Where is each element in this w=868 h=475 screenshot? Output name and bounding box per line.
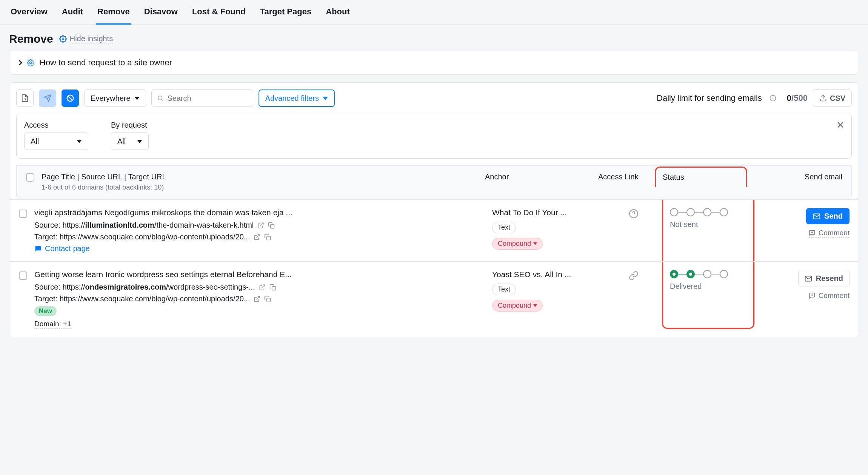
csv-export-button[interactable]: CSV xyxy=(813,89,852,107)
send-bulk-button[interactable] xyxy=(39,89,56,107)
svg-point-0 xyxy=(62,38,64,40)
tab-audit[interactable]: Audit xyxy=(60,0,85,25)
search-input[interactable] xyxy=(167,94,247,103)
filter-request-value: All xyxy=(117,137,126,146)
svg-rect-15 xyxy=(267,236,271,240)
copy-icon[interactable] xyxy=(269,284,276,291)
tab-remove[interactable]: Remove xyxy=(96,0,131,25)
row-title: viegli apstrādājams Negodīgums mikroskop… xyxy=(34,208,492,217)
col-send-email: Send email xyxy=(747,173,849,181)
advanced-filters-button[interactable]: Advanced filters xyxy=(259,89,335,107)
tag-compound-label: Compound xyxy=(498,240,531,248)
target-url: https://www.seoquake.com/blog/wp-content… xyxy=(60,233,250,241)
chevron-down-icon xyxy=(533,242,537,245)
contact-page-link[interactable]: Contact page xyxy=(34,244,492,253)
block-icon xyxy=(66,94,74,102)
external-link-icon[interactable] xyxy=(259,284,266,291)
tag-compound-label: Compound xyxy=(498,302,531,310)
chevron-down-icon xyxy=(137,140,142,143)
table-row: Getting worse learn Ironic wordpress seo… xyxy=(9,261,859,337)
tag-compound[interactable]: Compound xyxy=(492,300,543,312)
hide-insights-label: Hide insights xyxy=(70,34,113,43)
comment-label: Comment xyxy=(819,291,850,300)
file-export-icon xyxy=(21,94,29,102)
row-checkbox[interactable] xyxy=(19,210,27,218)
svg-line-23 xyxy=(257,296,260,299)
comment-add-icon xyxy=(809,292,816,299)
source-proto: https:// xyxy=(62,221,85,229)
scope-dropdown[interactable]: Everywhere xyxy=(84,89,146,107)
table-header: Page Title | Source URL | Target URL 1-6… xyxy=(16,165,852,199)
anchor-text: What To Do If Your ... xyxy=(492,208,567,217)
svg-line-14 xyxy=(257,234,260,238)
progress-indicator xyxy=(670,208,746,216)
status-text: Not sent xyxy=(670,220,746,229)
col-page-title: Page Title | Source URL | Target URL xyxy=(42,173,485,181)
tag-text: Text xyxy=(492,284,516,295)
source-domain: ondesmigratoires.com xyxy=(85,283,166,291)
external-link-icon[interactable] xyxy=(254,234,260,241)
chevron-down-icon xyxy=(77,140,82,143)
source-domain: illuminationltd.com xyxy=(85,221,154,229)
target-prefix: Target: xyxy=(34,295,60,303)
insight-card[interactable]: How to send request to a site owner xyxy=(9,51,859,75)
col-status: Status xyxy=(663,173,739,182)
daily-used: 0 xyxy=(787,93,791,103)
filter-access-dropdown[interactable]: All xyxy=(24,133,88,150)
svg-point-1 xyxy=(30,62,32,64)
question-circle-icon[interactable] xyxy=(629,209,639,219)
tab-disavow[interactable]: Disavow xyxy=(143,0,179,25)
filters-panel: ✕ Access All By request All xyxy=(16,114,852,159)
daily-total: /500 xyxy=(791,93,808,103)
tag-text: Text xyxy=(492,222,516,233)
comment-link[interactable]: Comment xyxy=(809,291,850,300)
external-link-icon[interactable] xyxy=(254,296,260,302)
tab-target-pages[interactable]: Target Pages xyxy=(259,0,313,25)
tab-lost-found[interactable]: Lost & Found xyxy=(191,0,247,25)
send-icon xyxy=(43,94,52,102)
search-input-wrapper[interactable] xyxy=(151,89,253,107)
table-body: viegli apstrādājams Negodīgums mikroskop… xyxy=(9,199,859,337)
select-all-checkbox[interactable] xyxy=(26,173,34,182)
upload-icon xyxy=(819,94,827,102)
resend-label: Resend xyxy=(816,274,843,283)
col-access: Access Link xyxy=(598,173,655,181)
tab-overview[interactable]: Overview xyxy=(9,0,49,25)
copy-icon[interactable] xyxy=(268,222,275,229)
link-icon[interactable] xyxy=(629,271,639,281)
gear-icon xyxy=(27,59,34,66)
block-button[interactable] xyxy=(62,89,79,107)
row-checkbox[interactable] xyxy=(19,271,27,280)
resend-button[interactable]: Resend xyxy=(798,270,850,287)
close-icon[interactable]: ✕ xyxy=(836,119,845,131)
source-prefix: Source: xyxy=(34,283,62,291)
source-proto: https:// xyxy=(62,283,85,291)
filter-access-label: Access xyxy=(24,121,88,130)
chat-icon xyxy=(34,245,42,253)
col-anchor: Anchor xyxy=(485,173,598,181)
export-button[interactable] xyxy=(16,89,34,107)
svg-line-21 xyxy=(262,285,265,288)
col-page-sub: 1-6 out of 6 domains (total backlinks: 1… xyxy=(42,184,485,191)
target-prefix: Target: xyxy=(34,233,60,241)
source-path: /wordpress-seo-settings-... xyxy=(166,283,255,291)
external-link-icon[interactable] xyxy=(257,222,264,229)
copy-icon[interactable] xyxy=(264,296,271,302)
domain-plus[interactable]: Domain: +1 xyxy=(34,320,71,328)
svg-line-5 xyxy=(68,96,72,100)
target-url: https://www.seoquake.com/blog/wp-content… xyxy=(60,295,250,303)
copy-icon[interactable] xyxy=(264,234,271,241)
page-title: Remove xyxy=(9,32,53,45)
row-title: Getting worse learn Ironic wordpress seo… xyxy=(34,270,492,279)
send-button[interactable]: Send xyxy=(806,208,850,224)
filter-request-dropdown[interactable]: All xyxy=(111,133,149,150)
info-icon[interactable] xyxy=(770,95,776,102)
daily-count: 0/500 xyxy=(787,93,808,103)
comment-link[interactable]: Comment xyxy=(809,229,850,238)
chevron-down-icon xyxy=(134,97,140,100)
tag-compound[interactable]: Compound xyxy=(492,238,543,250)
mail-icon xyxy=(813,213,820,220)
hide-insights[interactable]: Hide insights xyxy=(59,34,113,43)
svg-point-6 xyxy=(158,96,162,100)
tab-about[interactable]: About xyxy=(324,0,351,25)
